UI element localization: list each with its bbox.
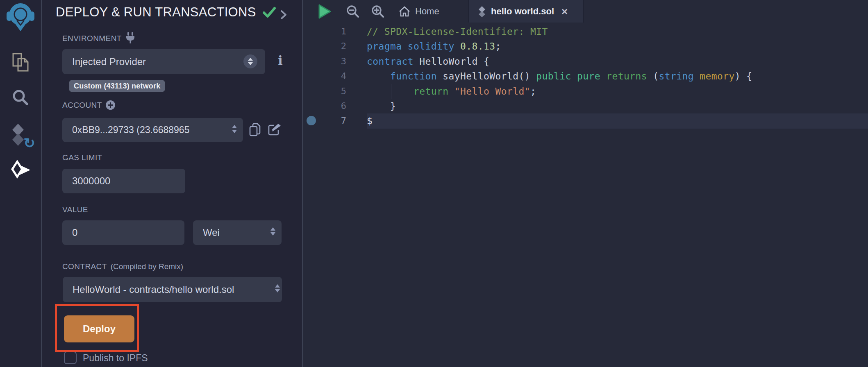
close-tab-icon[interactable]: × [561, 6, 568, 17]
copy-account-icon[interactable] [249, 123, 261, 137]
tab-file-label: hello world.sol [491, 6, 554, 17]
editor-tabbar: Home hello world.sol × [303, 0, 868, 23]
value-unit-caret [270, 227, 276, 239]
environment-select[interactable]: Injected Provider [62, 49, 265, 74]
code-token-plain [530, 71, 536, 82]
code-token-kw: solidity [408, 41, 454, 52]
account-select[interactable]: 0xBB9...29733 (23.6688965 [62, 118, 243, 142]
publish-ipfs-label: Publish to IPFS [83, 353, 148, 364]
tab-home[interactable]: Home [390, 0, 448, 23]
contract-value: HelloWorld - contracts/hello world.sol [73, 284, 234, 295]
code-area[interactable]: 1// SPDX-License-Identifier: MIT2pragma … [303, 23, 868, 367]
contract-label-row: CONTRACT (Compiled by Remix) [62, 262, 183, 271]
icon-rail: ↻ [0, 0, 41, 367]
contract-select[interactable]: HelloWorld - contracts/hello world.sol [63, 277, 282, 302]
code-line[interactable]: contract HelloWorld { [367, 54, 489, 69]
account-label: ACCOUNT [62, 101, 102, 110]
code-line[interactable]: return "Hello World"; [367, 84, 536, 99]
remix-logo-icon[interactable] [0, 2, 41, 32]
code-token-gold: memory [700, 71, 734, 82]
contract-select-caret [275, 283, 280, 296]
code-token-plain [600, 71, 606, 82]
add-account-icon[interactable] [106, 100, 115, 110]
line-number[interactable]: 2 [303, 39, 346, 54]
line-number[interactable]: 5 [303, 84, 346, 99]
code-line[interactable]: function sayHelloWorld() public pure ret… [367, 69, 752, 84]
code-token-plain [437, 71, 443, 82]
code-token-plain: ) { [735, 71, 752, 82]
account-select-caret [232, 124, 237, 136]
code-token-plain [448, 86, 454, 97]
deploy-run-panel: DEPLOY & RUN TRANSACTIONS ENVIRONMENT In… [42, 0, 302, 367]
environment-value: Injected Provider [72, 56, 146, 68]
code-token-plain: $ [367, 116, 373, 126]
code-token-comment: // SPDX-License-Identifier: MIT [367, 26, 548, 37]
deploy-and-run-icon[interactable] [0, 159, 41, 179]
gas-limit-input-wrap [62, 169, 185, 193]
code-editor: Home hello world.sol × 1// SPDX-License-… [303, 0, 868, 367]
plug-icon [125, 32, 135, 43]
code-token-kw: pragma [367, 41, 402, 52]
search-icon[interactable] [0, 88, 41, 106]
success-check-icon [263, 7, 276, 18]
solidity-compiler-icon[interactable]: ↻ [0, 123, 41, 147]
environment-label: ENVIRONMENT [62, 34, 122, 43]
deploy-button[interactable]: Deploy [64, 315, 134, 342]
contract-label: CONTRACT [62, 262, 107, 271]
current-line-highlight [367, 113, 868, 129]
code-line[interactable]: // SPDX-License-Identifier: MIT [367, 24, 548, 39]
code-token-plain [367, 71, 390, 82]
environment-label-row: ENVIRONMENT [62, 34, 135, 43]
tab-hello-world-sol[interactable]: hello world.sol × [468, 0, 584, 23]
run-script-button[interactable] [318, 0, 332, 23]
value-unit: Wei [203, 227, 220, 238]
value-input[interactable] [72, 227, 175, 238]
code-token-num: 0.8.13 [460, 41, 495, 52]
line-number[interactable]: 6 [303, 99, 346, 113]
code-token-str: "Hello World" [454, 86, 530, 97]
home-icon [399, 6, 410, 17]
code-token-kw: contract [367, 56, 414, 67]
remix-logo [6, 2, 35, 32]
line-number[interactable]: 4 [303, 69, 346, 84]
code-token-plain: HelloWorld { [414, 56, 489, 67]
code-token-kw: function [390, 71, 437, 82]
contract-sublabel: (Compiled by Remix) [111, 262, 183, 271]
code-token-plain: ; [530, 86, 536, 97]
zoom-out-button[interactable] [345, 0, 360, 23]
code-token-plain [367, 86, 414, 97]
code-token-green: return [414, 86, 448, 97]
publish-ipfs-checkbox[interactable] [64, 351, 77, 364]
code-line[interactable]: } [367, 99, 396, 113]
line-number[interactable]: 1 [303, 24, 346, 39]
environment-spinner[interactable] [243, 54, 257, 68]
gas-limit-label: GAS LIMIT [62, 153, 102, 162]
code-token-plain [454, 41, 460, 52]
zoom-in-button[interactable] [370, 0, 385, 23]
code-token-kw: string [659, 71, 693, 82]
panel-title-row: DEPLOY & RUN TRANSACTIONS [56, 5, 276, 20]
value-unit-select[interactable]: Wei [193, 220, 282, 245]
code-line[interactable]: pragma solidity 0.8.13; [367, 39, 501, 54]
code-token-plain [402, 41, 407, 52]
code-token-green: returns [606, 71, 647, 82]
compiler-reload-icon: ↻ [24, 136, 36, 150]
edit-account-icon[interactable] [268, 123, 281, 136]
solidity-file-icon [478, 6, 486, 17]
code-line[interactable]: $ [367, 113, 373, 128]
code-token-plain: ( [647, 71, 659, 82]
account-label-row: ACCOUNT [62, 100, 115, 110]
gas-limit-input[interactable] [72, 175, 175, 187]
line-number[interactable]: 7 [303, 113, 346, 128]
line-number[interactable]: 3 [303, 54, 346, 69]
code-token-mint: public [536, 71, 571, 82]
environment-info-icon[interactable]: i [276, 53, 284, 68]
collapse-chevron-icon[interactable] [280, 10, 287, 20]
value-label: VALUE [62, 205, 88, 214]
page-title: DEPLOY & RUN TRANSACTIONS [56, 5, 256, 20]
file-explorer-icon[interactable] [0, 52, 41, 72]
code-token-plain: ; [495, 41, 501, 52]
code-token-plain: } [367, 101, 396, 111]
code-token-plain: sayHelloWorld() [443, 71, 530, 82]
code-token-plain [571, 71, 577, 82]
